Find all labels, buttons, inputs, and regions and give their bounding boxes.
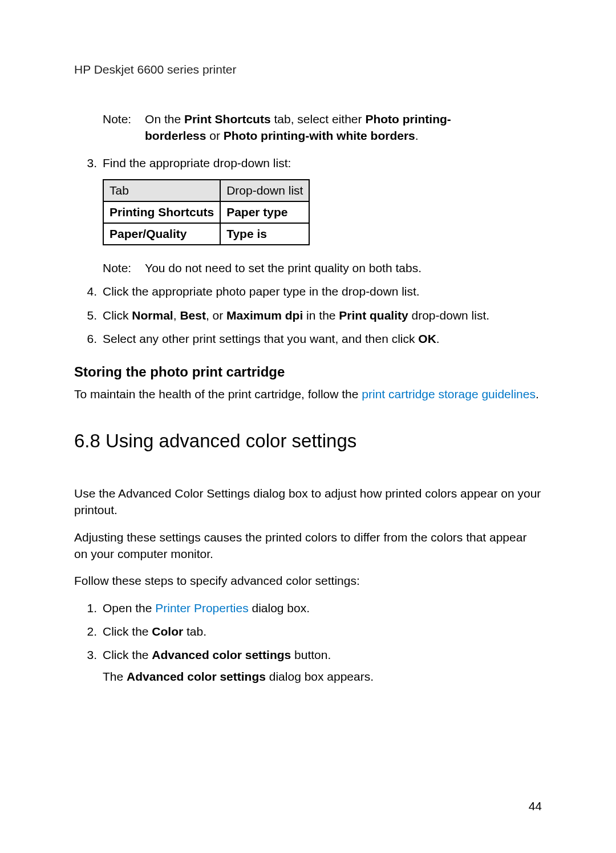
text: . [436, 332, 440, 345]
step-body: Select any other print settings that you… [103, 330, 542, 347]
text: tab, select either [271, 112, 366, 126]
step-sub-paragraph: The Advanced color settings dialog box a… [103, 668, 542, 685]
step-body: Click the appropriate photo paper type i… [103, 283, 542, 300]
note-label: Note: [103, 261, 131, 275]
step-2: 2. Click the Color tab. [84, 623, 542, 640]
note-block-2: Note: You do not need to set the print q… [103, 261, 542, 275]
text: tab. [183, 625, 206, 638]
step-num: 2. [84, 623, 103, 640]
text: button. [291, 648, 331, 661]
steps-list-upper: 3. Find the appropriate drop-down list: [84, 155, 542, 171]
bold-text: Maximum dpi [226, 309, 303, 322]
paragraph: Use the Advanced Color Settings dialog b… [74, 485, 542, 519]
table-cell: Type is [220, 223, 309, 245]
text: Click [103, 309, 132, 322]
step-3b: 3. Click the Advanced color settings but… [84, 646, 542, 685]
note-body: You do not need to set the print quality… [145, 261, 499, 275]
paragraph: Adjusting these settings causes the prin… [74, 529, 542, 563]
text: The [103, 670, 127, 683]
page-number: 44 [529, 799, 542, 813]
step-5: 5. Click Normal, Best, or Maximum dpi in… [84, 307, 542, 324]
table-cell: Paper/Quality [103, 223, 220, 245]
storage-paragraph: To maintain the health of the print cart… [74, 386, 542, 402]
table-header-row: Tab Drop-down list [103, 180, 309, 201]
doc-header: HP Deskjet 6600 series printer [74, 63, 542, 76]
bold-text: Print quality [339, 309, 408, 322]
step-num: 1. [84, 600, 103, 616]
step-body: Find the appropriate drop-down list: [103, 155, 542, 171]
text: Click the [103, 625, 152, 638]
text: drop-down list. [408, 309, 489, 322]
steps-list-mid: 4. Click the appropriate photo paper typ… [84, 283, 542, 347]
table-row: Paper/Quality Type is [103, 223, 309, 245]
dropdown-table: Tab Drop-down list Printing Shortcuts Pa… [103, 179, 310, 245]
bold-text: Normal [132, 309, 173, 322]
table-header-dropdown: Drop-down list [220, 180, 309, 201]
step-body: Click Normal, Best, or Maximum dpi in th… [103, 307, 542, 324]
link-printer-properties[interactable]: Printer Properties [155, 601, 248, 615]
note-label: Note: [103, 111, 131, 127]
step-body: Click the Advanced color settings button… [103, 646, 542, 685]
step-num: 3. [84, 155, 103, 171]
bold-text: OK [418, 332, 436, 345]
text: Select any other print settings that you… [103, 332, 418, 345]
table-header-tab: Tab [103, 180, 220, 201]
text: dialog box appears. [266, 670, 374, 683]
step-num: 3. [84, 646, 103, 685]
step-body: Open the Printer Properties dialog box. [103, 600, 542, 616]
table-cell: Paper type [220, 201, 309, 223]
bold-text: Photo printing-with white borders [224, 129, 415, 142]
text: . [415, 129, 419, 142]
step-1: 1. Open the Printer Properties dialog bo… [84, 600, 542, 616]
step-3: 3. Find the appropriate drop-down list: [84, 155, 542, 171]
link-cartridge-storage[interactable]: print cartridge storage guidelines [362, 387, 536, 401]
bold-text: Best [180, 309, 206, 322]
text: . [536, 387, 539, 401]
text: Click the [103, 648, 152, 661]
step-num: 6. [84, 330, 103, 347]
text: , or [206, 309, 226, 322]
dropdown-table-wrap: Tab Drop-down list Printing Shortcuts Pa… [103, 179, 542, 245]
bold-text: Advanced color settings [152, 648, 291, 661]
step-4: 4. Click the appropriate photo paper typ… [84, 283, 542, 300]
text: Open the [103, 601, 155, 615]
note-body: On the Print Shortcuts tab, select eithe… [145, 111, 499, 144]
step-num: 4. [84, 283, 103, 300]
bold-text: Advanced color settings [127, 670, 266, 683]
step-num: 5. [84, 307, 103, 324]
section-heading-storage: Storing the photo print cartridge [74, 364, 542, 380]
table-row: Printing Shortcuts Paper type [103, 201, 309, 223]
note-block-1: Note: On the Print Shortcuts tab, select… [103, 111, 542, 144]
section-heading-6-8: 6.8 Using advanced color settings [74, 430, 542, 452]
step-body: Click the Color tab. [103, 623, 542, 640]
paragraph: Follow these steps to specify advanced c… [74, 572, 542, 589]
text: , [173, 309, 180, 322]
bold-text: Print Shortcuts [184, 112, 271, 126]
text: dialog box. [249, 601, 310, 615]
text: On the [145, 112, 184, 126]
step-6: 6. Select any other print settings that … [84, 330, 542, 347]
text: or [206, 129, 223, 142]
text: in the [303, 309, 339, 322]
bold-text: Color [152, 625, 183, 638]
text: To maintain the health of the print cart… [74, 387, 362, 401]
steps-list-lower: 1. Open the Printer Properties dialog bo… [84, 600, 542, 685]
table-cell: Printing Shortcuts [103, 201, 220, 223]
